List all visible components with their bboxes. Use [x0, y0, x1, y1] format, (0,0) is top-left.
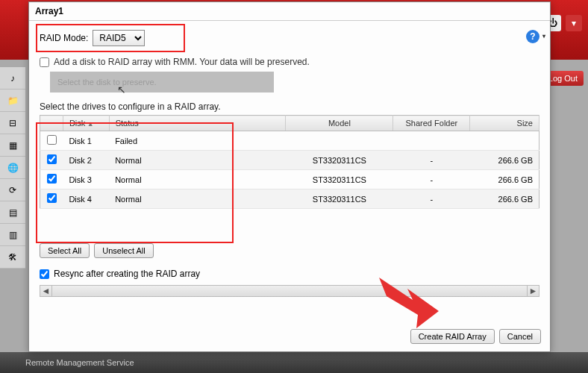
sidebar-icon-network[interactable]: ▤ — [0, 201, 25, 224]
drive-select-instruction: Select the drives to configure in a RAID… — [40, 101, 539, 112]
horizontal-scrollbar[interactable]: ◄ ► — [40, 285, 539, 297]
table-row[interactable]: Disk 2NormalST3320311CS-266.6 GB — [40, 151, 539, 170]
cell-model — [286, 131, 393, 151]
rmm-label: Add a disk to RAID array with RMM. Your … — [54, 57, 310, 67]
col-size[interactable]: Size — [470, 116, 539, 131]
dropdown-icon[interactable]: ▾ — [566, 15, 582, 31]
col-checkbox[interactable] — [40, 116, 63, 131]
cell-model: ST3320311CS — [286, 151, 393, 170]
rms-bar: Remote Management Service — [0, 352, 588, 373]
cell-disk: Disk 4 — [63, 189, 109, 209]
drive-table: Disk Status Model Shared Folder Size Dis… — [40, 115, 539, 209]
cell-status: Normal — [109, 189, 286, 209]
resync-label: Resync after creating the RAID array — [54, 269, 200, 279]
row-checkbox[interactable] — [47, 135, 57, 145]
dialog-title: Array1 — [29, 2, 550, 21]
cell-shared: - — [393, 170, 470, 189]
cell-shared — [393, 131, 470, 151]
cell-model: ST3320311CS — [286, 170, 393, 189]
sidebar-icon-disk[interactable]: ⊟ — [0, 112, 25, 134]
preserve-disk-panel: Select the disk to preserve. ↖ — [50, 72, 274, 93]
row-checkbox[interactable] — [47, 193, 57, 203]
row-checkbox[interactable] — [47, 174, 57, 184]
help-icon[interactable]: ?▾ — [526, 30, 539, 43]
sidebar-icon-sync[interactable]: ⟳ — [0, 179, 25, 201]
cell-disk: Disk 1 — [63, 131, 109, 151]
rmm-checkbox[interactable] — [40, 57, 49, 67]
raid-mode-select[interactable]: RAID5 — [93, 30, 145, 46]
cell-size: 266.6 GB — [470, 189, 539, 209]
cell-status: Failed — [109, 131, 286, 151]
cell-disk: Disk 2 — [63, 151, 109, 170]
row-checkbox[interactable] — [47, 154, 57, 164]
table-row[interactable]: Disk 4NormalST3320311CS-266.6 GB — [40, 189, 539, 209]
cancel-button[interactable]: Cancel — [499, 329, 541, 344]
sidebar-icon-music[interactable]: ♪ — [0, 67, 25, 90]
raid-mode-label: RAID Mode: — [40, 33, 88, 43]
sidebar-icon-tools[interactable]: 🛠 — [0, 246, 25, 269]
cell-size — [470, 131, 539, 151]
unselect-all-button[interactable]: Unselect All — [94, 243, 153, 258]
cell-shared: - — [393, 189, 470, 209]
create-raid-button[interactable]: Create RAID Array — [410, 329, 495, 344]
cell-status: Normal — [109, 151, 286, 170]
cell-status: Normal — [109, 170, 286, 189]
col-model[interactable]: Model — [286, 116, 393, 131]
table-row[interactable]: Disk 3NormalST3320311CS-266.6 GB — [40, 170, 539, 189]
raid-dialog: Array1 ?▾ RAID Mode: RAID5 Add a disk to… — [28, 1, 551, 352]
cursor-icon: ↖ — [117, 84, 126, 95]
cell-size: 266.6 GB — [470, 151, 539, 170]
sidebar-icon-folder[interactable]: 📁 — [0, 90, 25, 112]
sidebar-icon-chart[interactable]: ▥ — [0, 224, 25, 246]
cell-disk: Disk 3 — [63, 170, 109, 189]
col-status[interactable]: Status — [109, 116, 286, 131]
col-shared[interactable]: Shared Folder — [393, 116, 470, 131]
col-disk[interactable]: Disk — [63, 116, 109, 131]
table-row[interactable]: Disk 1Failed — [40, 131, 539, 151]
sidebar-icon-share[interactable]: ▦ — [0, 134, 25, 157]
scroll-left-icon[interactable]: ◄ — [40, 286, 52, 296]
cell-size: 266.6 GB — [470, 170, 539, 189]
scroll-right-icon[interactable]: ► — [527, 286, 539, 296]
sidebar: ♪ 📁 ⊟ ▦ 🌐 ⟳ ▤ ▥ 🛠 — [0, 67, 25, 269]
resync-checkbox[interactable] — [40, 269, 49, 279]
select-all-button[interactable]: Select All — [40, 243, 90, 258]
sidebar-icon-globe[interactable]: 🌐 — [0, 157, 25, 179]
cell-shared: - — [393, 151, 470, 170]
cell-model: ST3320311CS — [286, 189, 393, 209]
